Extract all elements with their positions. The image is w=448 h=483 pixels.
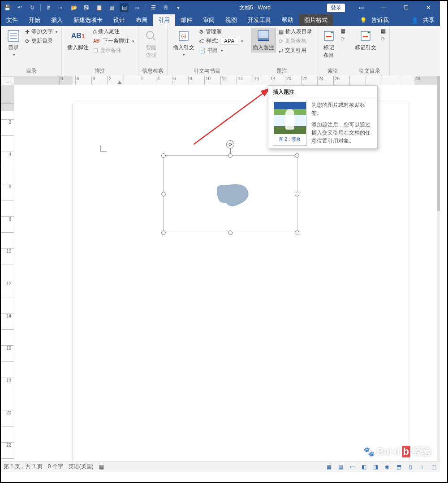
cross-reference-button[interactable]: ⇄交叉引用 [279,47,312,54]
update-toc-icon: ⟳ [25,38,30,44]
tab-file[interactable]: 文件 [1,14,23,26]
insert-toa-button[interactable]: ▦ [381,28,386,34]
svg-rect-14 [363,36,368,37]
tab-developer[interactable]: 开发工具 [242,14,276,26]
mark-citation-button[interactable]: + 标记引文 [353,28,378,52]
tab-design[interactable]: 设计 [108,14,130,26]
maximize-icon[interactable]: ☐ [396,1,416,14]
tab-insert[interactable]: 插入 [46,14,68,26]
outline-icon[interactable]: ⎘ [161,3,170,12]
resize-handle[interactable] [161,231,166,235]
update-table-button: ⟳更新表格 [279,37,312,45]
svg-rect-8 [258,30,269,39]
print-preview-icon[interactable]: ▦ [107,3,116,12]
resize-handle[interactable] [295,192,299,196]
tellme-icon[interactable]: 💡 [360,17,367,24]
toc-button[interactable]: 目录▾ [4,28,22,58]
view-icon[interactable]: ▯ [407,464,414,470]
add-text-button[interactable]: ✚添加文字▾ [25,28,58,35]
share-label[interactable]: 共享 [423,16,435,24]
tab-picture-format[interactable]: 图片格式 [299,14,333,26]
insert-citation-button[interactable]: (-) 插入引文▾ [171,28,196,58]
update-toc-button[interactable]: ⟳更新目录 [25,37,58,45]
next-footnote-button[interactable]: AB¹下一条脚注▾ [93,37,134,45]
print-view-icon[interactable]: ▤ [337,464,344,470]
insert-footnote-button[interactable]: AB1 插入脚注 [65,28,90,52]
group-index-label: 索引 [320,66,345,75]
crossref-icon: ⇄ [279,48,283,54]
tab-mailings[interactable]: 邮件 [175,14,198,26]
margin-mark-icon [100,145,107,152]
minimize-icon[interactable]: — [374,1,393,14]
view-icon[interactable]: ⬒ [395,464,402,470]
insert-caption-tooltip: 插入题注 图 2：喷泉 为您的图片或对象贴标签。 添加题注后，您可以通过插入交叉… [268,85,378,149]
show-notes-button: ☐显示备注 [93,47,134,54]
tooltip-thumbnail: 图 2：喷泉 [273,101,307,146]
resize-handle[interactable] [295,153,299,158]
tooltip-title: 插入题注 [268,86,377,98]
rotate-handle-icon[interactable]: ⟳ [226,140,234,148]
login-button[interactable]: 登录 [327,4,345,12]
page-status[interactable]: 第 1 页，共 1 页 [4,463,43,470]
tellme-label[interactable]: 告诉我 [371,16,389,24]
tab-home[interactable]: 开始 [23,14,46,26]
language-status[interactable]: 英语(美国) [69,463,94,470]
save-icon[interactable]: 💾 [3,3,12,12]
resize-handle[interactable] [295,231,299,235]
share-icon[interactable]: 👤 [411,17,418,24]
ribbon-options-icon[interactable]: ▭ [351,1,371,14]
resize-handle[interactable] [228,153,233,158]
heading-icon[interactable]: ▭ [132,3,141,12]
placeholder-shape-icon [213,182,253,213]
read-mode-icon[interactable]: ▤ [120,3,129,12]
manage-sources-button[interactable]: ⚙管理源 [199,28,243,35]
baidu-watermark: Baidb 经验 [363,445,432,458]
resize-handle[interactable] [161,153,166,158]
smart-lookup-button[interactable]: 智能 查找 [142,28,160,60]
web-view-icon[interactable]: ▭ [349,464,356,470]
horizontal-ruler[interactable]: 8642246810121416182022242648 [14,76,437,85]
style-select[interactable]: 🏷样式: APA▾ [199,37,243,45]
bibliography-button[interactable]: 📑书目▾ [199,47,243,54]
save-as-icon[interactable]: 🖫 [82,3,91,12]
open-icon[interactable]: 📂 [69,3,78,12]
tab-view[interactable]: 视图 [220,14,242,26]
insert-endnote-button[interactable]: ⎙插入尾注 [93,28,134,35]
insert-caption-button[interactable]: 插入题注 [251,28,276,52]
indent-marker-icon[interactable] [117,81,122,84]
undo-icon[interactable]: ↶ [15,3,24,12]
word-count[interactable]: 0 个字 [48,463,63,470]
page[interactable]: ⟳ [73,102,409,461]
scrollbar-thumb[interactable] [437,76,440,211]
group-research-label: 信息检索 [142,66,164,75]
list-icon[interactable]: ☰ [149,3,158,12]
bibliography-icon: 📑 [199,48,206,54]
tab-layout[interactable]: 布局 [130,14,153,26]
tab-review[interactable]: 审阅 [198,14,220,26]
view-icon[interactable]: ◨ [372,464,379,470]
tab-custom[interactable]: 新建选项卡 [68,14,108,26]
view-icon[interactable]: ◉ [383,464,391,470]
redo-icon[interactable]: ↻ [28,3,37,12]
view-icon[interactable]: ↕ [418,464,426,470]
resize-handle[interactable] [161,192,166,196]
view-icon[interactable]: ⬚ [430,464,437,470]
manage-sources-icon: ⚙ [199,29,204,35]
new-icon[interactable]: 🗎 [44,3,53,12]
macro-icon[interactable]: ▦ [99,464,104,470]
tab-references[interactable]: 引用 [153,14,175,26]
vertical-ruler[interactable]: 2468101214161820222426283032343638 [1,85,14,461]
insert-tof-button[interactable]: ▤插入表目录 [279,28,312,35]
vertical-scrollbar[interactable] [437,76,440,461]
mark-entry-button[interactable]: + 标记 条目 [320,28,338,60]
paste-icon[interactable]: 📋 [95,3,103,12]
resize-handle[interactable] [228,231,233,235]
close-icon[interactable]: ✕ [418,1,438,14]
tab-help[interactable]: 帮助 [276,14,299,26]
selected-picture[interactable]: ⟳ [163,155,297,233]
read-view-icon[interactable]: ▦ [325,464,332,470]
qat-dropdown-icon[interactable]: ▾ [174,3,183,12]
view-icon[interactable]: ◧ [360,464,367,470]
new-blank-icon[interactable]: ▫ [57,3,66,12]
insert-index-button[interactable]: ▦ [340,28,345,34]
